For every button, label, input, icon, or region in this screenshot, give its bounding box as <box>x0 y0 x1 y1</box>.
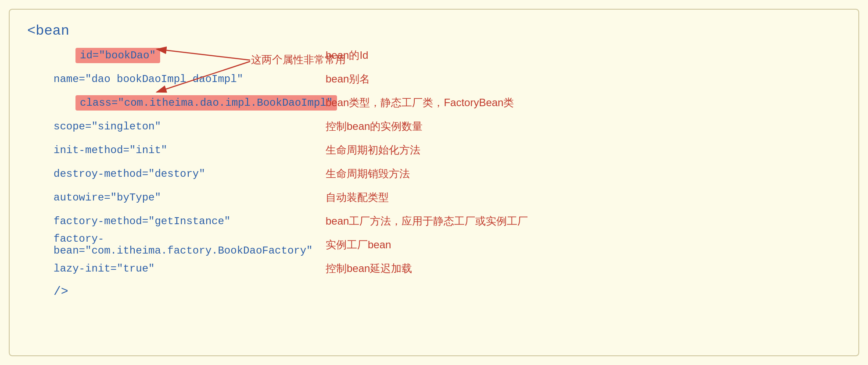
attributes-list: id="bookDao" bean的Id name="dao bookDaoIm… <box>27 43 841 280</box>
attr-row-factory-bean: factory-bean="com.itheima.factory.BookDa… <box>27 233 841 257</box>
class-attr-desc: bean类型，静态工厂类，FactoryBean类 <box>299 96 841 110</box>
autowire-attr-desc: 自动装配类型 <box>299 190 841 204</box>
attr-row-id: id="bookDao" bean的Id <box>27 43 841 67</box>
tag-open: <bean <box>27 23 841 39</box>
attr-row-scope: scope="singleton" 控制bean的实例数量 <box>27 115 841 138</box>
factory-bean-attr-desc: 实例工厂bean <box>299 238 841 252</box>
scope-attr-desc: 控制bean的实例数量 <box>299 119 841 133</box>
main-container: <bean 这两个属性非常常用 id="bookDao" bean的Id <box>9 9 859 356</box>
init-method-attr-desc: 生命周期初始化方法 <box>299 143 841 157</box>
attr-row-autowire: autowire="byType" 自动装配类型 <box>27 186 841 209</box>
id-attr-desc: bean的Id <box>299 48 841 62</box>
id-attr-code: id="bookDao" <box>75 48 160 63</box>
factory-bean-attr-code: factory-bean="com.itheima.factory.BookDa… <box>27 233 299 257</box>
id-highlight-wrapper: id="bookDao" <box>27 48 299 63</box>
name-attr-desc: bean别名 <box>299 72 841 86</box>
scope-attr-code: scope="singleton" <box>27 121 299 132</box>
destroy-method-attr-code: destroy-method="destory" <box>27 168 299 180</box>
class-highlight-wrapper: class="com.itheima.dao.impl.BookDaoImpl" <box>27 95 299 111</box>
tag-close: /> <box>27 285 841 298</box>
destroy-method-attr-desc: 生命周期销毁方法 <box>299 167 841 181</box>
attr-row-class: class="com.itheima.dao.impl.BookDaoImpl"… <box>27 91 841 115</box>
attr-row-name: name="dao bookDaoImpl daoImpl" bean别名 <box>27 67 841 91</box>
lazy-init-attr-code: lazy-init="true" <box>27 263 299 275</box>
factory-method-attr-desc: bean工厂方法，应用于静态工厂或实例工厂 <box>299 214 841 228</box>
lazy-init-attr-desc: 控制bean延迟加载 <box>299 261 841 276</box>
autowire-attr-code: autowire="byType" <box>27 192 299 204</box>
attr-row-destroy-method: destroy-method="destory" 生命周期销毁方法 <box>27 162 841 186</box>
name-attr-code: name="dao bookDaoImpl daoImpl" <box>27 73 299 85</box>
attr-row-init-method: init-method="init" 生命周期初始化方法 <box>27 138 841 162</box>
attr-row-lazy-init: lazy-init="true" 控制bean延迟加载 <box>27 257 841 280</box>
factory-method-attr-code: factory-method="getInstance" <box>27 215 299 227</box>
class-attr-code: class="com.itheima.dao.impl.BookDaoImpl" <box>75 95 337 111</box>
attr-row-factory-method: factory-method="getInstance" bean工厂方法，应用… <box>27 209 841 233</box>
init-method-attr-code: init-method="init" <box>27 144 299 156</box>
